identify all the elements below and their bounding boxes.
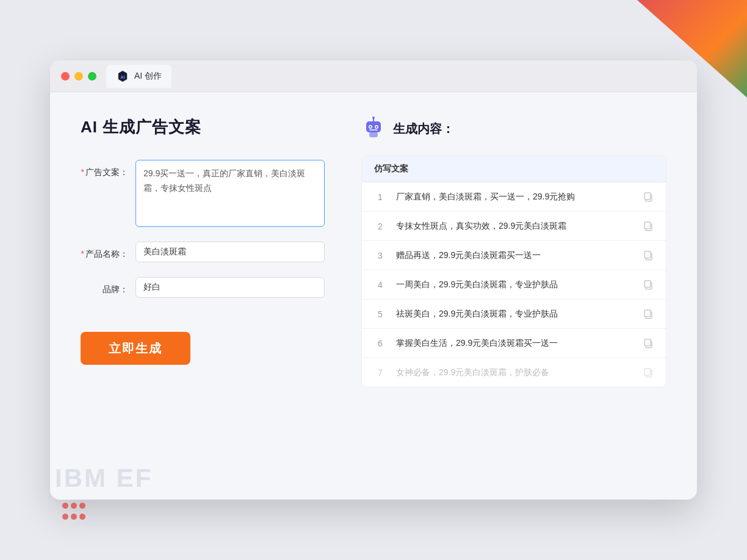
traffic-lights: [61, 72, 96, 81]
svg-rect-14: [644, 222, 651, 229]
table-row: 1 厂家直销，美白淡斑霜，买一送一，29.9元抢购: [362, 182, 666, 212]
svg-text:AI: AI: [120, 74, 125, 79]
product-name-input[interactable]: [135, 242, 325, 262]
required-star-2: *: [81, 249, 84, 259]
row-num-3: 3: [374, 251, 386, 260]
row-num-5: 5: [374, 309, 386, 319]
copy-icon-6[interactable]: [643, 338, 654, 349]
product-name-label: *产品名称：: [81, 242, 135, 260]
maximize-button[interactable]: [88, 72, 96, 81]
svg-point-7: [370, 126, 372, 128]
table-row: 3 赠品再送，29.9元美白淡斑霜买一送一: [362, 241, 666, 270]
right-panel: 生成内容： 仿写文案 1 厂家直销，美白淡斑霜，买一送一，29.9元抢购 2 专…: [361, 117, 666, 475]
svg-rect-24: [644, 368, 651, 375]
row-text-5: 祛斑美白，29.9元美白淡斑霜，专业护肤品: [396, 307, 633, 320]
copy-icon-4[interactable]: [643, 279, 654, 290]
svg-rect-9: [369, 132, 378, 137]
brand-input[interactable]: [135, 277, 325, 298]
copy-icon-1[interactable]: [643, 192, 654, 203]
row-text-2: 专抹女性斑点，真实功效，29.9元美白淡斑霜: [396, 220, 633, 232]
ai-tab-icon: AI: [116, 70, 129, 83]
main-content: AI 生成广告文案 *广告文案： 29.9买一送一，真正的厂家直销，美白淡斑霜，…: [50, 92, 697, 500]
ibm-ef-label: IBM EF: [55, 464, 153, 493]
table-header: 仿写文案: [362, 156, 666, 182]
svg-rect-22: [644, 339, 651, 346]
titlebar: AI AI 创作: [50, 60, 697, 92]
page-title: AI 生成广告文案: [81, 117, 325, 138]
ad-copy-group: *广告文案： 29.9买一送一，真正的厂家直销，美白淡斑霜，专抹女性斑点: [81, 160, 325, 227]
result-header: 生成内容：: [361, 117, 666, 141]
row-text-6: 掌握美白生活，29.9元美白淡斑霜买一送一: [396, 337, 633, 350]
svg-rect-16: [644, 251, 651, 258]
dots-decoration: [61, 501, 87, 523]
table-row: 5 祛斑美白，29.9元美白淡斑霜，专业护肤品: [362, 300, 666, 329]
product-name-group: *产品名称：: [81, 242, 325, 262]
required-star-1: *: [81, 167, 84, 177]
row-text-1: 厂家直销，美白淡斑霜，买一送一，29.9元抢购: [396, 190, 633, 203]
svg-rect-18: [644, 281, 651, 287]
row-text-3: 赠品再送，29.9元美白淡斑霜买一送一: [396, 249, 633, 262]
svg-rect-4: [366, 121, 381, 132]
brand-label: 品牌：: [81, 277, 135, 296]
brand-group: 品牌：: [81, 277, 325, 298]
table-row: 2 专抹女性斑点，真实功效，29.9元美白淡斑霜: [362, 212, 666, 241]
result-title: 生成内容：: [393, 121, 454, 137]
result-table: 仿写文案 1 厂家直销，美白淡斑霜，买一送一，29.9元抢购 2 专抹女性斑点，…: [361, 156, 666, 387]
svg-rect-20: [644, 310, 651, 317]
close-button[interactable]: [61, 72, 70, 81]
row-num-2: 2: [374, 221, 386, 231]
svg-rect-12: [644, 193, 651, 199]
row-num-1: 1: [374, 192, 386, 202]
generate-button[interactable]: 立即生成: [81, 332, 190, 365]
svg-point-8: [376, 126, 378, 128]
row-num-4: 4: [374, 280, 386, 290]
row-text-7: 女神必备，29.9元美白淡斑霜，护肤必备: [396, 366, 633, 379]
browser-window: AI AI 创作 AI 生成广告文案 *广告文案： 29.9买一送一，真正的厂家…: [50, 60, 697, 500]
table-row: 4 一周美白，29.9元美白淡斑霜，专业护肤品: [362, 270, 666, 300]
row-text-4: 一周美白，29.9元美白淡斑霜，专业护肤品: [396, 278, 633, 291]
tab-ai-creation[interactable]: AI AI 创作: [106, 65, 171, 88]
ad-copy-textarea[interactable]: 29.9买一送一，真正的厂家直销，美白淡斑霜，专抹女性斑点: [135, 160, 325, 227]
copy-icon-5[interactable]: [643, 309, 654, 320]
copy-icon-2[interactable]: [643, 221, 654, 232]
robot-icon: [361, 117, 386, 141]
row-num-7: 7: [374, 368, 386, 378]
row-num-6: 6: [374, 339, 386, 348]
table-row: 7 女神必备，29.9元美白淡斑霜，护肤必备: [362, 358, 666, 387]
minimize-button[interactable]: [74, 72, 83, 81]
svg-point-3: [372, 117, 375, 119]
copy-icon-7[interactable]: [643, 367, 654, 378]
table-row: 6 掌握美白生活，29.9元美白淡斑霜买一送一: [362, 329, 666, 358]
tab-label: AI 创作: [134, 71, 162, 82]
ad-copy-label: *广告文案：: [81, 160, 135, 179]
left-panel: AI 生成广告文案 *广告文案： 29.9买一送一，真正的厂家直销，美白淡斑霜，…: [81, 117, 325, 475]
copy-icon-3[interactable]: [643, 250, 654, 261]
